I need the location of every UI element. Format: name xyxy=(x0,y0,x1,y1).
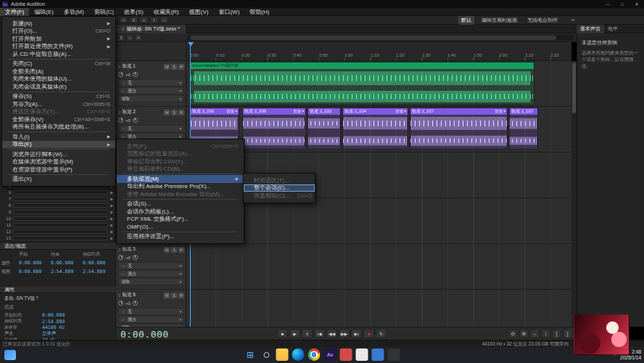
arm-record-button[interactable]: R xyxy=(178,247,184,253)
menu-item-extract-cd[interactable]: 从 CD 中提取音频(A)... xyxy=(2,50,115,58)
export-item-multitrack-mixdown[interactable]: 多轨缩混(M)▶ xyxy=(117,175,244,183)
menu-item-save-all[interactable]: 全部保存(V)Ctrl+Alt+Shift+S xyxy=(2,115,115,123)
menu-item-open-append[interactable]: 打开并附加▶ xyxy=(2,35,115,43)
automation-mode-selector[interactable]: 读取▾ xyxy=(118,278,184,285)
effect-slot-field[interactable] xyxy=(13,190,108,195)
tab-essential-sound[interactable]: 基本声音 xyxy=(577,25,604,33)
solo-button[interactable]: S xyxy=(171,64,177,70)
rack-slot[interactable]: 13▶ xyxy=(0,234,116,241)
solo-button[interactable]: S xyxy=(171,247,177,253)
zoom-in-button[interactable]: ⊕ xyxy=(519,329,529,338)
metering-toggle-icon[interactable]: ≈ xyxy=(135,34,142,41)
selection-view-tab[interactable]: 选区/视图 xyxy=(0,242,116,250)
fast-forward-button[interactable]: ▶▶ xyxy=(339,329,350,338)
time-selection-tool-icon[interactable]: I xyxy=(150,17,158,23)
menu-item-new[interactable]: 新建(N)▶ xyxy=(2,20,115,28)
effect-slot-field[interactable] xyxy=(13,236,108,240)
pan-knob[interactable] xyxy=(133,301,138,306)
export-item-session[interactable]: 会话(S)... xyxy=(117,200,244,208)
app-icon-light[interactable] xyxy=(356,348,368,361)
export-item-app-settings[interactable]: 应用程序设置(P)... xyxy=(117,233,244,241)
output-selector[interactable]: ←混合▾ xyxy=(118,270,184,277)
rewind-button[interactable]: ◀◀ xyxy=(326,329,337,338)
stop-button[interactable]: ■ xyxy=(277,329,288,338)
skip-to-end-button[interactable]: ▶| xyxy=(351,329,362,338)
track-lane-1[interactable]: snow halation-TV版伴奏 xyxy=(186,61,571,107)
volume-knob[interactable] xyxy=(118,72,123,77)
properties-tab[interactable]: 属性 xyxy=(0,285,116,293)
menu-edit[interactable]: 编辑(E) xyxy=(29,8,59,16)
mute-button[interactable]: M xyxy=(164,110,170,115)
hscroll-thumb[interactable] xyxy=(190,36,556,40)
pan-knob[interactable] xyxy=(133,72,138,77)
pan-knob[interactable] xyxy=(133,255,138,260)
menu-item-import[interactable]: 导入(I)▶ xyxy=(2,133,115,141)
mixdown-item-entire-session[interactable]: 整个会话(E)... xyxy=(244,184,315,192)
menu-view[interactable]: 视图(V) xyxy=(184,8,214,16)
volume-knob[interactable] xyxy=(118,301,123,306)
menu-item-reveal-media-browser[interactable]: 在媒体浏览器中显示(M) xyxy=(2,158,115,166)
file-explorer-icon[interactable] xyxy=(276,348,289,361)
record-button[interactable]: ● xyxy=(363,329,374,338)
edge-icon[interactable] xyxy=(292,348,305,361)
menu-item-export[interactable]: 导出(E)▶ xyxy=(2,141,115,149)
menu-item-save[interactable]: 保存(S)Ctrl+S xyxy=(2,93,115,101)
export-item-session-template[interactable]: 会话作为模板(L)... xyxy=(117,208,244,216)
arm-record-button[interactable]: R xyxy=(178,110,184,115)
effect-slot-field[interactable] xyxy=(13,216,108,221)
menu-item-save-as[interactable]: 另存为(A)...Ctrl+Shift+S xyxy=(2,100,115,108)
io-toggle-icon[interactable]: ↔ xyxy=(126,34,133,41)
skip-to-start-button[interactable]: |◀ xyxy=(314,329,325,338)
menu-item-exit[interactable]: 退出(X) xyxy=(2,176,115,184)
menu-clip[interactable]: 剪辑(C) xyxy=(89,8,119,16)
export-item-fcp-xml[interactable]: FCP XML 交换格式(F)... xyxy=(117,216,244,224)
track-name[interactable]: 轨道 6 xyxy=(123,292,162,298)
track-name[interactable]: 轨道 2 xyxy=(123,109,162,115)
menu-item-close[interactable]: 关闭(C)Ctrl+W xyxy=(2,60,115,68)
menu-item-close-session-media[interactable]: 关闭会话及其媒体(E) xyxy=(2,83,115,91)
tab-editor[interactable]: ≡ 编辑器: SN TV版.sesx * xyxy=(116,25,186,33)
tab-levels[interactable]: 电平 xyxy=(604,25,622,33)
vscroll-thumb[interactable] xyxy=(572,62,576,113)
zoom-vertical-button[interactable]: ↕ xyxy=(541,329,550,338)
clip-volume-badge[interactable]: 音量▾ xyxy=(226,108,237,115)
timeline-ruler[interactable]: 0:00 0:10 0:20 0:30 0:40 0:50 1:00 1:10 … xyxy=(186,42,571,61)
menu-item-reveal-explorer[interactable]: 在资源管理器中显示(P) xyxy=(2,166,115,174)
volume-knob[interactable] xyxy=(118,255,123,260)
chrome-icon[interactable] xyxy=(308,348,321,361)
rack-slot[interactable]: 10▶ xyxy=(0,215,116,221)
fx-rack-toggle-icon[interactable]: ≡ xyxy=(117,34,125,41)
audition-taskbar-icon[interactable]: Au xyxy=(324,348,337,361)
rack-slot[interactable]: 7▶ xyxy=(0,195,116,202)
rack-slot[interactable]: 8▶ xyxy=(0,202,116,208)
solo-button[interactable]: S xyxy=(171,293,177,298)
close-button[interactable]: ✕ xyxy=(629,0,644,8)
rack-slot[interactable]: 9▶ xyxy=(0,208,116,215)
mute-button[interactable]: M xyxy=(164,64,170,70)
vertical-scrollbar[interactable] xyxy=(571,61,577,327)
rack-slot[interactable]: 12▶ xyxy=(0,228,116,234)
effect-slot-field[interactable] xyxy=(13,223,108,227)
export-item-omf[interactable]: OMF(O)... xyxy=(117,223,244,231)
menu-item-close-all[interactable]: 全部关闭(A) xyxy=(2,68,115,76)
widgets-icon[interactable] xyxy=(4,350,16,360)
input-selector[interactable]: →无▾ xyxy=(118,79,184,86)
info-section-header[interactable]: 信息 xyxy=(0,303,116,312)
rack-slot[interactable]: 6▶ xyxy=(0,189,116,195)
move-tool-icon[interactable]: + xyxy=(140,17,148,23)
play-button[interactable]: ▶ xyxy=(289,329,300,338)
zoom-horizontal-button[interactable]: ↔ xyxy=(530,329,540,338)
effect-slot-field[interactable] xyxy=(13,197,108,201)
selection-duration-value[interactable]: 0:00.000 xyxy=(83,260,116,266)
slip-tool-icon[interactable]: ↔ xyxy=(160,17,168,23)
effect-slot-field[interactable] xyxy=(13,229,108,234)
workspace-overflow-icon[interactable]: » xyxy=(571,17,574,23)
input-selector[interactable]: →无▾ xyxy=(118,308,184,315)
menu-file[interactable]: 文件(F) xyxy=(0,8,29,16)
menu-effects[interactable]: 效果(S) xyxy=(119,8,149,16)
clip-volume-badge[interactable]: 音量▾ xyxy=(293,108,304,115)
zoom-out-button[interactable]: ⊖ xyxy=(508,329,518,338)
input-selector[interactable]: →无▾ xyxy=(118,125,184,132)
menu-item-save-all-batch[interactable]: 将所有音频保存为批处理(B)... xyxy=(2,123,115,131)
mute-button[interactable]: M xyxy=(164,247,170,253)
